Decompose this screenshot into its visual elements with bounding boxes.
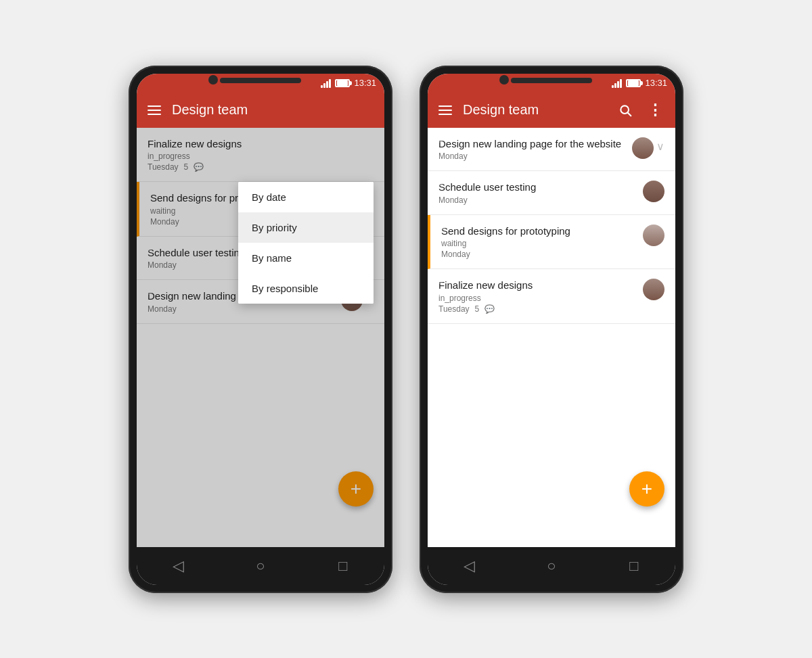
phone-1: 13:31 Design team Finalize new designs i… bbox=[129, 66, 392, 593]
phone-1-screen: 13:31 Design team Finalize new designs i… bbox=[137, 74, 384, 585]
task-title: Finalize new designs bbox=[438, 279, 637, 292]
app-bar-1: Design team bbox=[137, 93, 384, 128]
task-status: waiting bbox=[441, 239, 637, 248]
phone-2: 13:31 Design team ⋮ bbox=[420, 66, 683, 593]
sort-by-date[interactable]: By date bbox=[238, 182, 374, 212]
sort-by-name[interactable]: By name bbox=[238, 243, 374, 273]
task-meta: Tuesday 5 💬 bbox=[438, 304, 637, 314]
task-comments: 5 bbox=[475, 304, 480, 314]
phone-camera bbox=[499, 75, 509, 85]
sort-by-priority[interactable]: By priority bbox=[238, 212, 374, 243]
task-title: Design new landing page for the website bbox=[438, 137, 627, 151]
phones-container: 13:31 Design team Finalize new designs i… bbox=[129, 66, 683, 593]
fab-add-button[interactable]: + bbox=[629, 471, 664, 507]
task-item[interactable]: Schedule user testing Monday bbox=[428, 171, 675, 215]
sort-dropdown: By date By priority By name By responsib… bbox=[238, 182, 374, 304]
avatar bbox=[643, 225, 664, 246]
back-button[interactable]: ◁ bbox=[158, 553, 198, 580]
signal-icon bbox=[612, 78, 622, 88]
task-meta: Monday bbox=[441, 250, 637, 259]
task-content: Schedule user testing Monday bbox=[438, 181, 637, 205]
time-display: 13:31 bbox=[354, 78, 376, 88]
task-item[interactable]: Design new landing page for the website … bbox=[428, 128, 675, 172]
task-date: Monday bbox=[441, 250, 470, 259]
chevron-down-icon: ∨ bbox=[656, 140, 664, 153]
menu-icon[interactable] bbox=[438, 105, 452, 115]
avatar bbox=[643, 279, 664, 300]
task-item[interactable]: Finalize new designs in_progress Tuesday… bbox=[428, 269, 675, 324]
bottom-nav-1: ◁ ○ □ bbox=[137, 547, 384, 585]
avatar bbox=[632, 137, 654, 159]
task-item[interactable]: Send designs for prototyping waiting Mon… bbox=[428, 215, 675, 270]
task-list-1: Finalize new designs in_progress Tuesday… bbox=[137, 128, 384, 547]
task-date: Monday bbox=[438, 151, 468, 161]
sort-by-responsible[interactable]: By responsible bbox=[238, 273, 374, 304]
task-content: Send designs for prototyping waiting Mon… bbox=[441, 225, 637, 260]
comment-icon: 💬 bbox=[484, 304, 495, 314]
search-button[interactable] bbox=[616, 101, 635, 120]
task-meta: Monday bbox=[438, 195, 637, 205]
recents-button[interactable]: □ bbox=[614, 553, 654, 580]
phone-speaker bbox=[511, 78, 592, 83]
task-title: Schedule user testing bbox=[438, 181, 637, 194]
bottom-nav-2: ◁ ○ □ bbox=[428, 547, 675, 585]
svg-line-1 bbox=[628, 112, 631, 116]
search-icon bbox=[618, 103, 632, 117]
battery-icon bbox=[626, 79, 641, 87]
recents-button[interactable]: □ bbox=[323, 553, 363, 580]
more-options-button[interactable]: ⋮ bbox=[646, 101, 664, 120]
task-date: Monday bbox=[438, 195, 468, 205]
app-bar-2: Design team ⋮ bbox=[428, 93, 675, 128]
time-display: 13:31 bbox=[645, 78, 667, 88]
phone-speaker bbox=[220, 78, 301, 83]
back-button[interactable]: ◁ bbox=[449, 553, 489, 580]
task-date: Tuesday bbox=[438, 304, 470, 314]
task-status: in_progress bbox=[438, 293, 637, 303]
home-button[interactable]: ○ bbox=[531, 553, 572, 580]
task-content: Finalize new designs in_progress Tuesday… bbox=[438, 279, 637, 314]
avatar bbox=[643, 181, 664, 202]
task-list-2: Design new landing page for the website … bbox=[428, 128, 675, 547]
signal-icon bbox=[321, 78, 331, 88]
phone-camera bbox=[208, 75, 218, 85]
status-bar-2: 13:31 bbox=[428, 74, 675, 93]
task-title: Send designs for prototyping bbox=[441, 225, 637, 238]
task-content: Design new landing page for the website … bbox=[438, 137, 627, 162]
phone-2-screen: 13:31 Design team ⋮ bbox=[428, 74, 675, 585]
menu-icon[interactable] bbox=[148, 105, 161, 115]
battery-icon bbox=[335, 79, 350, 87]
status-bar-1: 13:31 bbox=[137, 74, 384, 93]
task-meta: Monday bbox=[438, 151, 627, 161]
app-title-1: Design team bbox=[172, 102, 374, 118]
home-button[interactable]: ○ bbox=[240, 553, 281, 580]
app-title-2: Design team bbox=[463, 102, 605, 118]
